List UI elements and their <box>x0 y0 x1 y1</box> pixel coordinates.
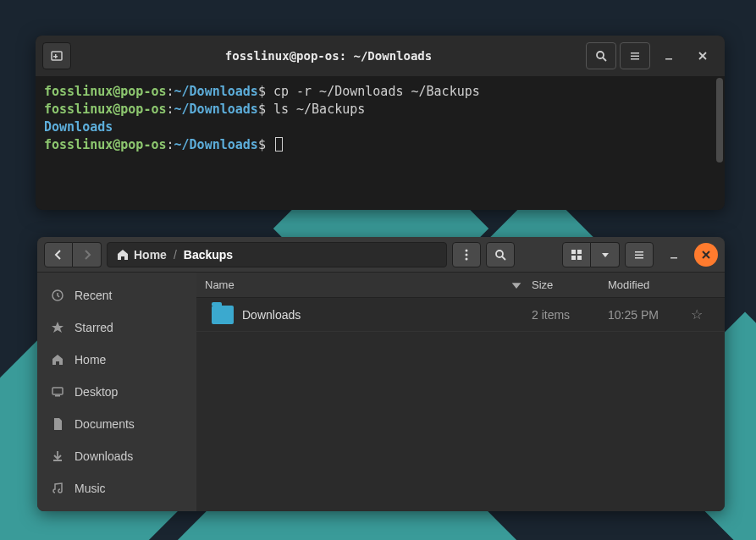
back-button[interactable] <box>44 242 73 267</box>
file-manager-main: Name Size Modified Downloads 2 items 10:… <box>196 273 725 511</box>
svg-rect-23 <box>635 257 643 259</box>
svg-point-3 <box>597 52 604 58</box>
file-manager-sidebar: Recent Starred Home Desktop Documents Do… <box>37 273 196 511</box>
breadcrumb-current[interactable]: Backups <box>184 248 233 262</box>
document-icon <box>51 417 64 431</box>
svg-marker-31 <box>512 283 521 289</box>
svg-rect-17 <box>577 250 582 254</box>
sidebar-item-desktop[interactable]: Desktop <box>37 376 196 408</box>
svg-point-13 <box>466 257 468 260</box>
search-button[interactable] <box>586 42 616 69</box>
file-manager-window: Home / Backups <box>37 237 725 511</box>
sidebar-item-starred[interactable]: Starred <box>37 311 196 344</box>
sidebar-item-music[interactable]: Music <box>37 472 196 504</box>
svg-point-14 <box>496 251 503 257</box>
terminal-title: fosslinux@pop-os: ~/Downloads <box>74 49 582 63</box>
svg-marker-28 <box>52 322 63 333</box>
column-modified[interactable]: Modified <box>608 278 691 291</box>
terminal-window: fosslinux@pop-os: ~/Downloads fosslinux@… <box>36 36 725 210</box>
minimize-button[interactable] <box>659 241 689 268</box>
new-tab-button[interactable] <box>42 42 71 69</box>
file-manager-toolbar: Home / Backups <box>37 237 725 273</box>
view-dropdown-button[interactable] <box>591 242 620 267</box>
svg-rect-30 <box>55 395 60 397</box>
sort-down-icon <box>510 278 523 292</box>
hamburger-menu-button[interactable] <box>625 242 654 267</box>
file-name: Downloads <box>242 308 301 322</box>
cursor <box>275 137 283 152</box>
sidebar-item-documents[interactable]: Documents <box>37 408 196 440</box>
svg-rect-24 <box>670 257 677 259</box>
close-button[interactable] <box>687 42 718 69</box>
column-name[interactable]: Name <box>196 278 532 292</box>
minimize-button[interactable] <box>654 42 684 69</box>
music-icon <box>51 482 64 495</box>
svg-rect-19 <box>577 256 582 260</box>
svg-line-15 <box>502 256 505 260</box>
grid-view-button[interactable] <box>562 242 591 267</box>
desktop-icon <box>51 385 64 399</box>
svg-rect-21 <box>635 251 643 253</box>
svg-rect-8 <box>665 58 672 60</box>
folder-icon <box>212 306 234 324</box>
file-modified: 10:25 PM <box>608 308 691 322</box>
terminal-line: fosslinux@pop-os:~/Downloads$ cp -r ~/Do… <box>44 83 716 101</box>
column-size[interactable]: Size <box>532 278 608 291</box>
svg-rect-29 <box>52 388 63 394</box>
clock-icon <box>51 289 64 302</box>
breadcrumb-separator: / <box>174 248 177 262</box>
svg-rect-18 <box>571 256 576 260</box>
svg-point-11 <box>466 249 468 251</box>
terminal-scrollbar[interactable] <box>716 78 723 163</box>
svg-rect-16 <box>571 250 576 254</box>
svg-point-12 <box>466 253 468 256</box>
svg-rect-6 <box>631 56 639 58</box>
sidebar-item-home[interactable]: Home <box>37 344 196 376</box>
terminal-output: Downloads <box>44 118 716 136</box>
hamburger-menu-button[interactable] <box>620 42 650 69</box>
svg-marker-20 <box>602 253 609 257</box>
path-menu-button[interactable] <box>452 242 481 267</box>
star-toggle[interactable]: ☆ <box>691 306 725 322</box>
svg-line-4 <box>603 58 606 61</box>
terminal-titlebar: fosslinux@pop-os: ~/Downloads <box>36 36 725 76</box>
svg-rect-2 <box>53 56 58 58</box>
search-button[interactable] <box>486 242 515 267</box>
terminal-line: fosslinux@pop-os:~/Downloads$ <box>44 136 716 154</box>
file-row[interactable]: Downloads 2 items 10:25 PM ☆ <box>196 298 725 332</box>
breadcrumb-home[interactable]: Home <box>116 248 167 262</box>
close-button[interactable] <box>694 243 718 267</box>
sidebar-item-downloads[interactable]: Downloads <box>37 440 196 472</box>
star-icon <box>51 321 64 334</box>
terminal-body[interactable]: fosslinux@pop-os:~/Downloads$ cp -r ~/Do… <box>36 76 725 161</box>
column-headers: Name Size Modified <box>196 273 725 298</box>
forward-button[interactable] <box>73 242 102 267</box>
download-icon <box>51 449 64 463</box>
svg-rect-7 <box>631 58 639 60</box>
breadcrumb[interactable]: Home / Backups <box>107 242 447 267</box>
home-icon <box>51 353 64 366</box>
svg-rect-22 <box>635 254 643 256</box>
terminal-line: fosslinux@pop-os:~/Downloads$ ls ~/Backu… <box>44 101 716 118</box>
svg-rect-5 <box>631 52 639 54</box>
file-size: 2 items <box>532 308 608 322</box>
sidebar-item-recent[interactable]: Recent <box>37 279 196 311</box>
